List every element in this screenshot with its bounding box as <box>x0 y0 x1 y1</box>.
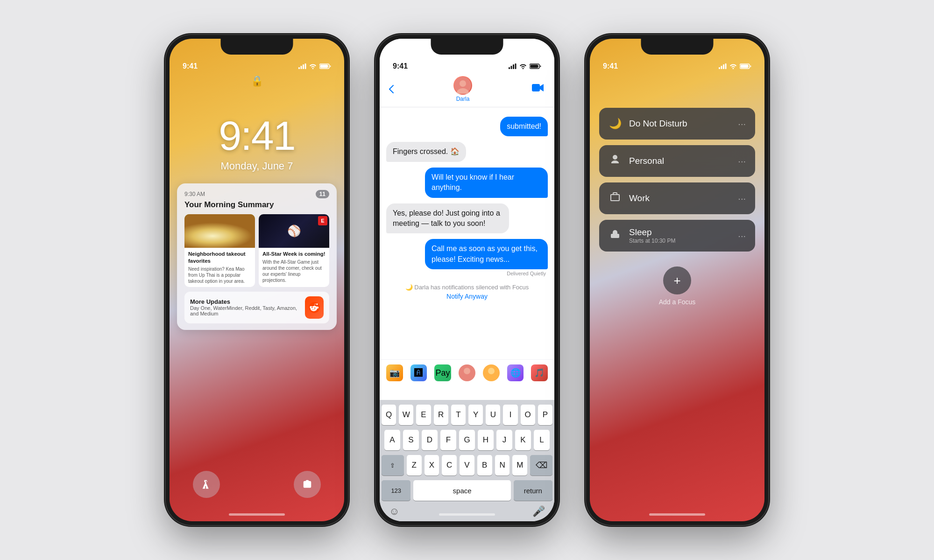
work-more[interactable]: ··· <box>738 193 746 204</box>
delivered-label: Delivered Quietly <box>507 271 546 276</box>
key-v[interactable]: V <box>460 455 474 476</box>
svg-rect-32 <box>721 66 722 69</box>
key-y[interactable]: Y <box>468 405 483 425</box>
personal-more[interactable]: ··· <box>738 156 746 167</box>
keyboard-bottom-row: ☺ 🎤 <box>382 505 552 518</box>
mic-button[interactable]: 🎤 <box>532 505 545 518</box>
focus-notice: 🌙 Darla has notifications silenced with … <box>386 282 548 302</box>
key-space[interactable]: space <box>413 480 510 501</box>
key-z[interactable]: Z <box>407 455 422 476</box>
add-focus-button[interactable]: + <box>663 266 691 294</box>
contact-name: Darla <box>456 96 470 102</box>
key-b[interactable]: B <box>477 455 492 476</box>
lock-time: 9:41 Monday, June 7 <box>170 115 344 172</box>
flashlight-button[interactable] <box>193 471 220 498</box>
svg-rect-3 <box>305 63 306 69</box>
wifi-icon-2 <box>519 63 527 69</box>
signal-icon-2 <box>509 63 517 69</box>
key-k[interactable]: K <box>515 430 531 450</box>
svg-point-28 <box>464 368 470 374</box>
home-indicator-3 <box>649 513 705 516</box>
signal-icon-3 <box>719 63 727 69</box>
svg-rect-37 <box>611 234 619 238</box>
back-button[interactable] <box>389 85 394 93</box>
lock-time-digits: 9:41 <box>170 115 344 156</box>
key-n[interactable]: N <box>495 455 510 476</box>
key-d[interactable]: D <box>422 430 438 450</box>
key-o[interactable]: O <box>521 405 535 425</box>
home-indicator-1 <box>229 513 285 516</box>
news-item-1[interactable]: Neighborhood takeout favorites Need insp… <box>184 214 255 287</box>
key-h[interactable]: H <box>478 430 494 450</box>
key-shift[interactable]: ⇧ <box>382 455 404 476</box>
svg-rect-1 <box>301 66 302 69</box>
key-l[interactable]: L <box>534 430 550 450</box>
iphone-1: 9:41 🔒 9:41 Monday, June 7 9:30 AM <box>166 35 348 525</box>
espn-logo: E <box>318 216 327 225</box>
focus-item-do-not-disturb[interactable]: 🌙 Do Not Disturb ··· <box>599 108 755 140</box>
photos-app-icon[interactable]: 📷 <box>386 364 403 381</box>
notify-anyway-button[interactable]: Notify Anyway <box>446 293 488 300</box>
key-u[interactable]: U <box>486 405 500 425</box>
status-time-1: 9:41 <box>183 62 198 70</box>
emoji-button[interactable]: ☺ <box>389 505 399 518</box>
svg-rect-0 <box>298 67 300 69</box>
news-body-2: With the All-Star Game just around the c… <box>262 259 325 283</box>
more-updates[interactable]: More Updates Day One, WaterMinder, Reddi… <box>184 292 329 323</box>
contact-avatar <box>453 76 472 95</box>
notification-card[interactable]: 9:30 AM 11 Your Morning Summary Neighbor… <box>177 183 337 330</box>
appstore-icon[interactable]: 🅰 <box>410 364 427 381</box>
camera-button[interactable] <box>294 471 321 498</box>
key-g[interactable]: G <box>459 430 475 450</box>
key-w[interactable]: W <box>399 405 413 425</box>
news-headline-1: Neighborhood takeout favorites <box>188 251 251 265</box>
memoji-icon[interactable] <box>459 364 475 381</box>
key-return[interactable]: return <box>514 480 552 501</box>
notif-time: 9:30 AM <box>184 191 205 197</box>
svg-rect-8 <box>511 66 512 69</box>
key-delete[interactable]: ⌫ <box>530 455 552 476</box>
key-j[interactable]: J <box>496 430 512 450</box>
lock-bottom-buttons <box>170 471 344 498</box>
focus-item-personal[interactable]: Personal ··· <box>599 145 755 177</box>
music-icon[interactable]: 🎵 <box>531 364 548 381</box>
focus-menu: 🌙 Do Not Disturb ··· Personal <box>599 108 755 306</box>
key-t[interactable]: T <box>451 405 466 425</box>
more-updates-title: More Updates <box>190 298 305 305</box>
key-i[interactable]: I <box>503 405 517 425</box>
applepay-icon[interactable]: Pay <box>434 364 451 381</box>
sleep-icon <box>609 229 622 243</box>
memoji-2-icon[interactable] <box>483 364 500 381</box>
focus-item-work[interactable]: Work ··· <box>599 182 755 214</box>
lock-date: Monday, June 7 <box>170 160 344 172</box>
more-updates-body: Day One, WaterMinder, Reddit, Tasty, Ama… <box>190 305 305 316</box>
contact-info[interactable]: Darla <box>453 76 472 102</box>
news-item-2[interactable]: E All-Star Week is coming! With the All-… <box>259 214 329 287</box>
svg-rect-33 <box>723 64 724 69</box>
key-x[interactable]: X <box>425 455 439 476</box>
svg-rect-2 <box>303 64 304 69</box>
key-c[interactable]: C <box>442 455 457 476</box>
do-not-disturb-more[interactable]: ··· <box>738 119 746 129</box>
key-a[interactable]: A <box>384 430 400 450</box>
notif-badge: 11 <box>316 190 329 198</box>
do-not-disturb-icon: 🌙 <box>609 118 622 130</box>
focus-item-sleep[interactable]: Sleep Starts at 10:30 PM ··· <box>599 220 755 252</box>
key-123[interactable]: 123 <box>382 480 410 501</box>
key-m[interactable]: M <box>512 455 527 476</box>
work-icon <box>609 191 622 205</box>
key-p[interactable]: P <box>538 405 552 425</box>
bubble-yes-please: Yes, please do! Just going into a meetin… <box>386 203 548 234</box>
bubble-text: Will let you know if I hear anything. <box>425 168 548 198</box>
key-q[interactable]: Q <box>382 405 396 425</box>
key-r[interactable]: R <box>434 405 448 425</box>
key-e[interactable]: E <box>416 405 431 425</box>
video-call-button[interactable] <box>532 83 545 95</box>
bubble-call-me: Call me as soon as you get this, please!… <box>386 239 548 276</box>
key-f[interactable]: F <box>440 430 456 450</box>
focus-text: 🌙 Darla has notifications silenced with … <box>405 284 529 291</box>
key-s[interactable]: S <box>403 430 419 450</box>
globe-icon[interactable]: 🌐 <box>507 364 524 381</box>
sleep-sublabel: Starts at 10:30 PM <box>629 238 675 244</box>
sleep-more[interactable]: ··· <box>738 231 746 241</box>
